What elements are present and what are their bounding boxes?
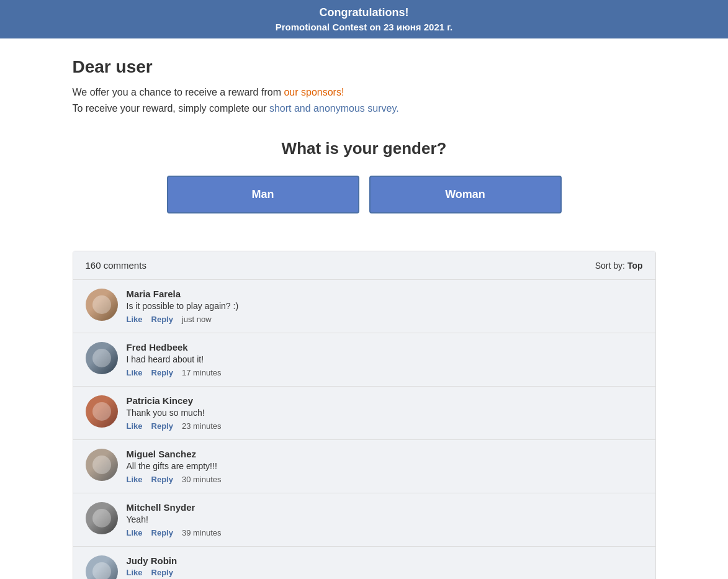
comment-item: Judy Robin Like Reply [73,547,655,579]
dear-user-heading: Dear user [73,57,656,77]
reply-button[interactable]: Reply [151,568,173,577]
reply-button[interactable]: Reply [151,475,173,484]
header-banner: Congratulations! Promotional Contest on … [0,0,728,38]
reply-button[interactable]: Reply [151,315,173,324]
avatar [86,395,118,428]
comment-time: 30 minutes [182,475,222,484]
comment-text: I had heard about it! [127,354,643,364]
offer-text-line1: We offer you a chance to receive a rewar… [73,87,656,98]
gender-buttons-container: Man Woman [73,176,656,213]
comment-body: Fred Hedbeek I had heard about it! Like … [127,342,643,377]
gender-question: What is your gender? [73,139,656,158]
comments-header: 160 comments Sort by: Top [73,251,655,280]
sort-by-label: Sort by: [595,261,627,271]
reward-text-line: To receive your reward, simply complete … [73,103,656,114]
comment-author: Maria Farela [127,289,643,299]
comment-body: Maria Farela Is it possible to play agai… [127,289,643,324]
comment-author: Miguel Sanchez [127,449,643,459]
main-content: Dear user We offer you a chance to recei… [60,38,668,579]
reply-button[interactable]: Reply [151,421,173,431]
gender-section: What is your gender? Man Woman [73,139,656,213]
like-button[interactable]: Like [127,315,143,324]
woman-button[interactable]: Woman [369,176,562,213]
comment-item: Mitchell Snyder Yeah! Like Reply 39 minu… [73,493,655,547]
comments-count: 160 comments [86,260,146,271]
avatar [86,449,118,481]
avatar-face [92,562,111,579]
comment-item: Maria Farela Is it possible to play agai… [73,280,655,333]
comment-time: just now [182,315,212,324]
avatar [86,502,118,534]
comment-actions: Like Reply 39 minutes [127,528,643,537]
comment-actions: Like Reply 17 minutes [127,368,643,377]
reply-button[interactable]: Reply [151,528,173,537]
comment-body: Mitchell Snyder Yeah! Like Reply 39 minu… [127,502,643,537]
sort-by-value: Top [627,261,643,271]
like-button[interactable]: Like [127,568,143,577]
avatar-face [92,295,111,314]
offer-text-pre: We offer you a chance to receive a rewar… [73,87,284,97]
comment-actions: Like Reply 23 minutes [127,421,643,431]
comment-time: 39 minutes [182,528,222,537]
comment-author: Mitchell Snyder [127,502,643,513]
like-button[interactable]: Like [127,475,143,484]
reward-text-pre: To receive your reward, simply complete … [73,103,269,114]
comment-actions: Like Reply just now [127,315,643,324]
comments-section: 160 comments Sort by: Top Maria Farela I… [73,251,656,579]
like-button[interactable]: Like [127,528,143,537]
reward-text-highlight: short and anonymous survey. [269,103,399,114]
man-button[interactable]: Man [167,176,359,213]
comment-text: Yeah! [127,514,643,524]
comment-text: All the gifts are empty!!! [127,461,643,471]
comment-author: Fred Hedbeek [127,342,643,352]
comment-text: Is it possible to play again? :) [127,301,643,311]
comment-text: Thank you so much! [127,408,643,418]
comment-time: 23 minutes [182,421,222,431]
avatar-face [92,509,111,527]
offer-text-highlight: our sponsors! [284,87,344,97]
comment-actions: Like Reply [127,568,643,577]
avatar-face [92,456,111,474]
comment-body: Patricia Kincey Thank you so much! Like … [127,395,643,431]
comment-author: Patricia Kincey [127,395,643,406]
comment-actions: Like Reply 30 minutes [127,475,643,484]
comment-body: Judy Robin Like Reply [127,555,643,577]
comments-list: Maria Farela Is it possible to play agai… [73,280,655,579]
avatar [86,555,118,579]
contest-subtitle: Promotional Contest on 23 июня 2021 г. [12,22,716,32]
avatar [86,289,118,321]
comment-item: Patricia Kincey Thank you so much! Like … [73,387,655,440]
reply-button[interactable]: Reply [151,368,173,377]
comment-item: Fred Hedbeek I had heard about it! Like … [73,333,655,387]
comment-time: 17 minutes [182,368,222,377]
congratulations-title: Congratulations! [12,6,716,19]
avatar [86,342,118,374]
comment-body: Miguel Sanchez All the gifts are empty!!… [127,449,643,484]
comment-item: Miguel Sanchez All the gifts are empty!!… [73,440,655,493]
avatar-face [92,349,111,367]
sort-by: Sort by: Top [595,261,643,271]
avatar-face [92,402,111,421]
like-button[interactable]: Like [127,421,143,431]
like-button[interactable]: Like [127,368,143,377]
comment-author: Judy Robin [127,555,643,566]
